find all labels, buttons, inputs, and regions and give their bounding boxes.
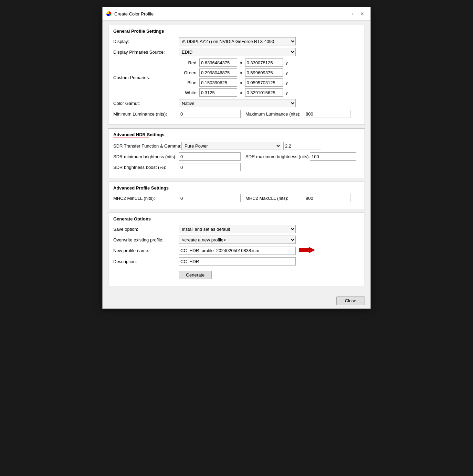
mhc2-mincll-input[interactable]: 0 xyxy=(179,194,241,202)
footer: Close xyxy=(103,294,370,309)
save-option-label: Save option: xyxy=(113,227,179,232)
overwrite-row: Overwrite existing profile: <create a ne… xyxy=(113,236,360,244)
display-primaries-select[interactable]: EDID xyxy=(179,48,296,56)
blue-x-input[interactable]: 0.150390625 xyxy=(199,78,237,87)
green-y-input[interactable]: 0.599609375 xyxy=(245,68,283,77)
sdr-max-label: SDR maximum brightness (nits): xyxy=(245,154,310,159)
general-section-title: General Profile Settings xyxy=(113,29,360,34)
luminance-row: Minimum Luminance (nits): 0 Maximum Lumi… xyxy=(113,110,360,118)
generate-section-title: Generate Options xyxy=(113,216,360,221)
red-x-label: x xyxy=(239,60,243,65)
general-settings-section: General Profile Settings Display: \\\ DI… xyxy=(108,25,365,125)
red-primaries-row: Red: 0.6396484375 x 0.330078125 y xyxy=(179,58,289,67)
title-bar-left: Create Color Profile xyxy=(106,11,154,17)
new-profile-label: New profile name: xyxy=(113,248,179,253)
red-x-input[interactable]: 0.6396484375 xyxy=(199,58,237,67)
blue-label: Blue: xyxy=(179,80,198,85)
red-y-input[interactable]: 0.330078125 xyxy=(245,58,283,67)
sdr-boost-label: SDR brightness boost (%): xyxy=(113,165,179,170)
display-select[interactable]: \\\ DISPLAY2 () on NVIDIA GeForce RTX 40… xyxy=(179,37,296,45)
white-primaries-row: White: 0.3125 x 0.3291015625 y xyxy=(179,88,289,97)
green-x-input[interactable]: 0.2998046875 xyxy=(199,68,237,77)
red-y-label: y xyxy=(285,60,289,65)
max-luminance-input[interactable]: 800 xyxy=(304,110,350,118)
sdr-max-input[interactable]: 100 xyxy=(310,152,356,161)
custom-primaries-row: Custom Primaries: Red: 0.6396484375 x 0.… xyxy=(113,58,360,97)
green-x-label: x xyxy=(239,70,243,75)
maximize-button[interactable]: □ xyxy=(346,10,356,18)
max-luminance-label: Maximum Luminance (nits): xyxy=(245,111,304,117)
title-controls: — □ ✕ xyxy=(335,10,367,18)
display-row: Display: \\\ DISPLAY2 () on NVIDIA GeFor… xyxy=(113,37,360,45)
close-button[interactable]: Close xyxy=(336,296,365,305)
blue-y-label: y xyxy=(285,80,289,85)
gamma-input[interactable]: 2.2 xyxy=(283,142,321,150)
new-profile-input[interactable]: CC_HDR_profile_20240205010838.icm xyxy=(179,247,296,255)
advanced-settings-section: Advanced Profile Settings MHC2 MinCLL (n… xyxy=(108,182,365,209)
hdr-section-title: Advanced HDR Settings xyxy=(113,132,165,138)
display-primaries-label: Display Primaries Source: xyxy=(113,50,179,55)
sdr-min-label: SDR minimum brightness (nits): xyxy=(113,154,179,159)
main-content: General Profile Settings Display: \\\ DI… xyxy=(103,21,370,294)
mhc2-mincll-label: MHC2 MinCLL (nits): xyxy=(113,196,179,201)
sdr-min-input[interactable]: 0 xyxy=(179,152,241,161)
new-profile-row: New profile name: CC_HDR_profile_2024020… xyxy=(113,246,360,255)
color-gamut-select[interactable]: Native xyxy=(179,99,296,107)
description-row: Description: CC_HDR xyxy=(113,257,360,266)
minimize-button[interactable]: — xyxy=(335,10,345,18)
sdr-transfer-label: SDR Transfer Function & Gamma: xyxy=(113,143,181,149)
window-close-button[interactable]: ✕ xyxy=(357,10,367,18)
custom-primaries-label: Custom Primaries: xyxy=(113,75,179,80)
white-x-input[interactable]: 0.3125 xyxy=(199,88,237,97)
white-x-label: x xyxy=(239,90,243,95)
window-title: Create Color Profile xyxy=(114,11,154,17)
green-label: Green: xyxy=(179,70,198,75)
mhc2-maxcll-input[interactable]: 800 xyxy=(304,194,350,202)
sdr-brightness-row: SDR minimum brightness (nits): 0 SDR max… xyxy=(113,152,360,161)
generate-button[interactable]: Generate xyxy=(179,271,212,279)
mhc2-maxcll-label: MHC2 MaxCLL (nits): xyxy=(245,196,304,201)
generate-button-row: Generate xyxy=(113,268,360,279)
green-y-label: y xyxy=(285,70,289,75)
primaries-grid: Red: 0.6396484375 x 0.330078125 y Green:… xyxy=(179,58,289,97)
display-primaries-row: Display Primaries Source: EDID xyxy=(113,48,360,56)
white-label: White: xyxy=(179,90,198,95)
sdr-transfer-row: SDR Transfer Function & Gamma: Pure Powe… xyxy=(113,142,360,150)
blue-primaries-row: Blue: 0.150390625 x 0.0595703125 y xyxy=(179,78,289,87)
min-luminance-label: Minimum Luminance (nits): xyxy=(113,111,179,117)
main-window: Create Color Profile — □ ✕ General Profi… xyxy=(102,7,371,309)
overwrite-label: Overwrite existing profile: xyxy=(113,237,179,242)
white-y-label: y xyxy=(285,90,289,95)
mhc-row: MHC2 MinCLL (nits): 0 MHC2 MaxCLL (nits)… xyxy=(113,194,360,202)
app-icon xyxy=(106,11,112,17)
red-arrow-icon xyxy=(298,246,316,255)
generate-options-section: Generate Options Save option: Install an… xyxy=(108,213,365,286)
color-gamut-row: Color Gamut: Native xyxy=(113,99,360,107)
blue-x-label: x xyxy=(239,80,243,85)
red-label: Red: xyxy=(179,60,198,65)
save-option-select[interactable]: Install and set as default xyxy=(179,225,296,233)
sdr-boost-row: SDR brightness boost (%): 0 xyxy=(113,163,360,171)
save-option-row: Save option: Install and set as default xyxy=(113,225,360,233)
blue-y-input[interactable]: 0.0595703125 xyxy=(245,78,283,87)
display-label: Display: xyxy=(113,39,179,44)
white-y-input[interactable]: 0.3291015625 xyxy=(245,88,283,97)
advanced-section-title: Advanced Profile Settings xyxy=(113,185,360,191)
sdr-transfer-select[interactable]: Pure Power xyxy=(181,142,281,150)
description-input[interactable]: CC_HDR xyxy=(179,257,296,266)
color-gamut-label: Color Gamut: xyxy=(113,101,179,106)
description-label: Description: xyxy=(113,259,179,264)
min-luminance-input[interactable]: 0 xyxy=(179,110,241,118)
sdr-boost-input[interactable]: 0 xyxy=(179,163,241,171)
overwrite-select[interactable]: <create a new profile> xyxy=(179,236,296,244)
svg-marker-1 xyxy=(299,247,315,253)
title-bar: Create Color Profile — □ ✕ xyxy=(103,7,370,21)
hdr-settings-section: Advanced HDR Settings SDR Transfer Funct… xyxy=(108,128,365,178)
green-primaries-row: Green: 0.2998046875 x 0.599609375 y xyxy=(179,68,289,77)
